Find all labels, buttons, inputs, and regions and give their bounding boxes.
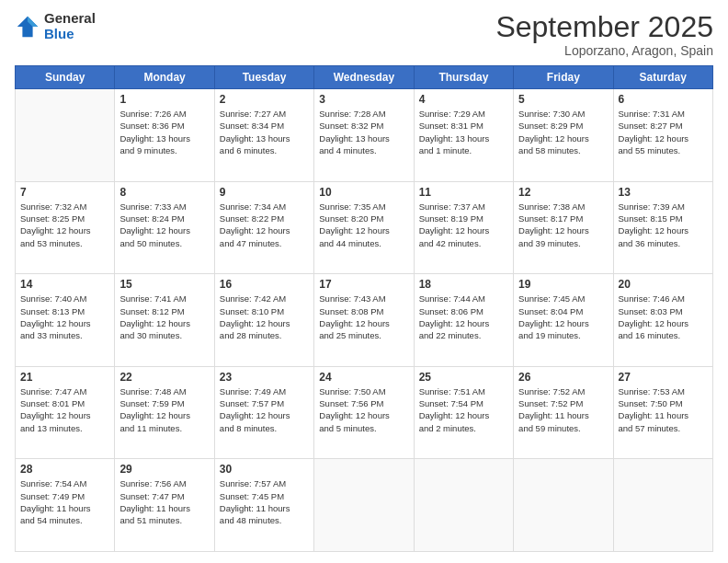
day-number: 5 [518, 93, 608, 106]
day-number: 25 [419, 371, 508, 384]
day-number: 1 [119, 93, 209, 106]
day-info: Sunrise: 7:43 AMSunset: 8:08 PMDaylight:… [319, 293, 408, 341]
day-number: 21 [20, 371, 109, 384]
calendar-week-row: 21Sunrise: 7:47 AMSunset: 8:01 PMDayligh… [16, 366, 713, 459]
day-number: 11 [419, 186, 508, 199]
calendar-cell: 28Sunrise: 7:54 AMSunset: 7:49 PMDayligh… [16, 459, 115, 552]
calendar-cell [514, 459, 613, 552]
day-number: 14 [20, 278, 109, 291]
calendar-cell [613, 459, 712, 552]
calendar-cell: 4Sunrise: 7:29 AMSunset: 8:31 PMDaylight… [414, 89, 513, 182]
day-number: 4 [419, 93, 508, 106]
day-info: Sunrise: 7:45 AMSunset: 8:04 PMDaylight:… [518, 293, 608, 341]
day-number: 3 [319, 93, 408, 106]
day-number: 19 [518, 278, 608, 291]
day-info: Sunrise: 7:38 AMSunset: 8:17 PMDaylight:… [518, 201, 608, 249]
day-info: Sunrise: 7:54 AMSunset: 7:49 PMDaylight:… [20, 477, 109, 526]
calendar-week-row: 1Sunrise: 7:26 AMSunset: 8:36 PMDaylight… [16, 89, 713, 182]
calendar-cell: 1Sunrise: 7:26 AMSunset: 8:36 PMDaylight… [115, 89, 214, 182]
day-number: 2 [220, 93, 309, 106]
calendar-cell [414, 459, 513, 552]
calendar-cell [314, 459, 414, 552]
day-info: Sunrise: 7:53 AMSunset: 7:50 PMDaylight:… [619, 385, 708, 434]
day-info: Sunrise: 7:48 AMSunset: 7:59 PMDaylight:… [119, 385, 209, 434]
calendar-cell: 8Sunrise: 7:33 AMSunset: 8:24 PMDaylight… [115, 181, 214, 274]
day-number: 7 [20, 186, 109, 199]
calendar-week-row: 14Sunrise: 7:40 AMSunset: 8:13 PMDayligh… [16, 274, 713, 367]
calendar-week-row: 28Sunrise: 7:54 AMSunset: 7:49 PMDayligh… [16, 459, 713, 552]
day-info: Sunrise: 7:57 AMSunset: 7:45 PMDaylight:… [220, 477, 309, 526]
weekday-header-friday: Friday [514, 66, 613, 89]
logo-icon [15, 14, 40, 40]
calendar-cell: 25Sunrise: 7:51 AMSunset: 7:54 PMDayligh… [414, 366, 513, 459]
day-info: Sunrise: 7:41 AMSunset: 8:12 PMDaylight:… [119, 293, 209, 341]
calendar-cell: 16Sunrise: 7:42 AMSunset: 8:10 PMDayligh… [214, 274, 313, 367]
calendar-cell: 5Sunrise: 7:30 AMSunset: 8:29 PMDaylight… [514, 89, 613, 182]
day-number: 27 [619, 371, 708, 384]
day-number: 6 [619, 93, 708, 106]
weekday-header-row: SundayMondayTuesdayWednesdayThursdayFrid… [16, 66, 713, 89]
location: Loporzano, Aragon, Spain [495, 43, 713, 58]
day-number: 18 [419, 278, 508, 291]
month-title: September 2025 [495, 11, 713, 43]
calendar-cell: 27Sunrise: 7:53 AMSunset: 7:50 PMDayligh… [613, 366, 712, 459]
day-info: Sunrise: 7:32 AMSunset: 8:25 PMDaylight:… [20, 201, 109, 249]
day-number: 29 [119, 463, 209, 476]
calendar-cell: 21Sunrise: 7:47 AMSunset: 8:01 PMDayligh… [16, 366, 115, 459]
logo: General Blue [15, 11, 96, 41]
day-number: 24 [319, 371, 408, 384]
day-info: Sunrise: 7:31 AMSunset: 8:27 PMDaylight:… [619, 108, 708, 156]
day-number: 26 [518, 371, 608, 384]
day-info: Sunrise: 7:40 AMSunset: 8:13 PMDaylight:… [20, 293, 109, 341]
day-info: Sunrise: 7:37 AMSunset: 8:19 PMDaylight:… [419, 201, 508, 249]
day-info: Sunrise: 7:49 AMSunset: 7:57 PMDaylight:… [220, 385, 309, 434]
day-info: Sunrise: 7:50 AMSunset: 7:56 PMDaylight:… [319, 385, 408, 434]
day-number: 16 [220, 278, 309, 291]
day-number: 12 [518, 186, 608, 199]
calendar-cell: 24Sunrise: 7:50 AMSunset: 7:56 PMDayligh… [314, 366, 414, 459]
day-number: 10 [319, 186, 408, 199]
calendar-cell: 17Sunrise: 7:43 AMSunset: 8:08 PMDayligh… [314, 274, 414, 367]
day-info: Sunrise: 7:52 AMSunset: 7:52 PMDaylight:… [518, 385, 608, 434]
calendar-cell: 30Sunrise: 7:57 AMSunset: 7:45 PMDayligh… [214, 459, 313, 552]
page: General Blue September 2025 Loporzano, A… [0, 0, 728, 563]
calendar-cell: 2Sunrise: 7:27 AMSunset: 8:34 PMDaylight… [214, 89, 313, 182]
calendar-cell: 29Sunrise: 7:56 AMSunset: 7:47 PMDayligh… [115, 459, 214, 552]
logo-text: General Blue [44, 11, 96, 41]
weekday-header-sunday: Sunday [16, 66, 115, 89]
weekday-header-monday: Monday [115, 66, 214, 89]
day-number: 23 [220, 371, 309, 384]
day-info: Sunrise: 7:34 AMSunset: 8:22 PMDaylight:… [220, 201, 309, 249]
calendar-cell: 12Sunrise: 7:38 AMSunset: 8:17 PMDayligh… [514, 181, 613, 274]
day-number: 17 [319, 278, 408, 291]
weekday-header-thursday: Thursday [414, 66, 513, 89]
day-info: Sunrise: 7:30 AMSunset: 8:29 PMDaylight:… [518, 108, 608, 156]
calendar-cell: 11Sunrise: 7:37 AMSunset: 8:19 PMDayligh… [414, 181, 513, 274]
day-number: 15 [119, 278, 209, 291]
calendar-cell: 14Sunrise: 7:40 AMSunset: 8:13 PMDayligh… [16, 274, 115, 367]
day-info: Sunrise: 7:46 AMSunset: 8:03 PMDaylight:… [619, 293, 708, 341]
day-info: Sunrise: 7:27 AMSunset: 8:34 PMDaylight:… [220, 108, 309, 156]
calendar-cell: 19Sunrise: 7:45 AMSunset: 8:04 PMDayligh… [514, 274, 613, 367]
calendar-cell: 10Sunrise: 7:35 AMSunset: 8:20 PMDayligh… [314, 181, 414, 274]
calendar-week-row: 7Sunrise: 7:32 AMSunset: 8:25 PMDaylight… [16, 181, 713, 274]
day-info: Sunrise: 7:28 AMSunset: 8:32 PMDaylight:… [319, 108, 408, 156]
day-info: Sunrise: 7:26 AMSunset: 8:36 PMDaylight:… [119, 108, 209, 156]
day-info: Sunrise: 7:44 AMSunset: 8:06 PMDaylight:… [419, 293, 508, 341]
day-info: Sunrise: 7:33 AMSunset: 8:24 PMDaylight:… [119, 201, 209, 249]
day-info: Sunrise: 7:35 AMSunset: 8:20 PMDaylight:… [319, 201, 408, 249]
calendar-cell: 20Sunrise: 7:46 AMSunset: 8:03 PMDayligh… [613, 274, 712, 367]
calendar-cell: 13Sunrise: 7:39 AMSunset: 8:15 PMDayligh… [613, 181, 712, 274]
calendar-cell: 23Sunrise: 7:49 AMSunset: 7:57 PMDayligh… [214, 366, 313, 459]
day-info: Sunrise: 7:56 AMSunset: 7:47 PMDaylight:… [119, 477, 209, 526]
weekday-header-saturday: Saturday [613, 66, 712, 89]
day-number: 9 [220, 186, 309, 199]
day-number: 8 [119, 186, 209, 199]
day-info: Sunrise: 7:51 AMSunset: 7:54 PMDaylight:… [419, 385, 508, 434]
day-number: 30 [220, 463, 309, 476]
header: General Blue September 2025 Loporzano, A… [15, 11, 713, 58]
day-number: 20 [619, 278, 708, 291]
calendar: SundayMondayTuesdayWednesdayThursdayFrid… [15, 65, 713, 552]
calendar-cell: 9Sunrise: 7:34 AMSunset: 8:22 PMDaylight… [214, 181, 313, 274]
calendar-cell: 18Sunrise: 7:44 AMSunset: 8:06 PMDayligh… [414, 274, 513, 367]
